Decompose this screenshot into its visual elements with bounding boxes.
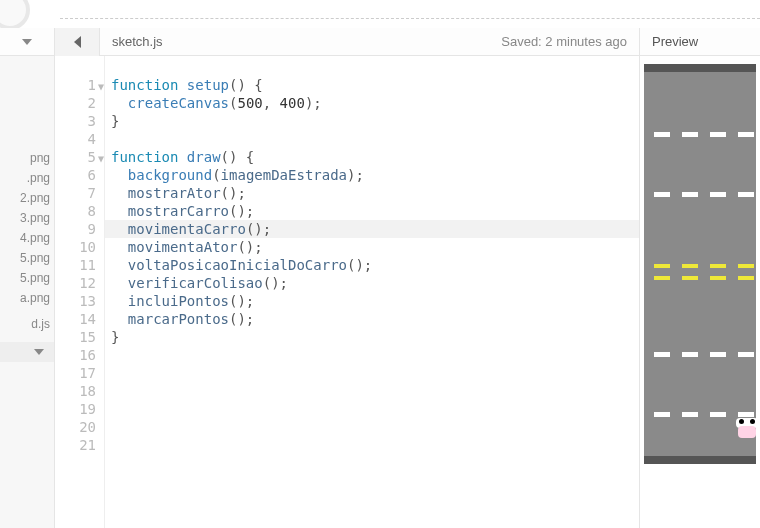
code-line[interactable]: function draw() {: [111, 148, 639, 166]
code-line[interactable]: createCanvas(500, 400);: [111, 94, 639, 112]
code-line[interactable]: movimentaCarro();: [105, 220, 639, 238]
file-item[interactable]: 4.png: [0, 228, 54, 248]
code-line[interactable]: [111, 382, 639, 400]
line-number: 19: [55, 400, 96, 418]
code-line[interactable]: [111, 400, 639, 418]
lane-marking: [644, 412, 756, 418]
line-number: 18: [55, 382, 96, 400]
line-number: 12: [55, 274, 96, 292]
code-line[interactable]: marcarPontos();: [111, 310, 639, 328]
lane-marking: [644, 352, 756, 358]
line-number: 11: [55, 256, 96, 274]
code-line[interactable]: }: [111, 112, 639, 130]
code-line[interactable]: [111, 364, 639, 382]
character-sprite: [736, 418, 756, 438]
file-item[interactable]: 5.png: [0, 268, 54, 288]
lane-marking: [644, 132, 756, 138]
lane-marking: [644, 192, 756, 198]
code-line[interactable]: }: [111, 328, 639, 346]
line-number: 10: [55, 238, 96, 256]
line-number-gutter: 1▼2345▼6789101112131415161718192021: [55, 56, 105, 528]
code-line[interactable]: background(imagemDaEstrada);: [111, 166, 639, 184]
fold-marker-icon[interactable]: ▼: [98, 78, 104, 96]
main-area: png.png2.png3.png4.png5.png5.pnga.pngd.j…: [0, 56, 760, 528]
line-number: 16: [55, 346, 96, 364]
center-line: [644, 264, 756, 268]
fold-marker-icon[interactable]: ▼: [98, 150, 104, 168]
line-number: 21: [55, 436, 96, 454]
line-number: 20: [55, 418, 96, 436]
file-sidebar: png.png2.png3.png4.png5.png5.pnga.pngd.j…: [0, 56, 55, 528]
file-item[interactable]: d.js: [0, 314, 54, 334]
file-item[interactable]: a.png: [0, 288, 54, 308]
chevron-down-icon: [22, 39, 32, 45]
back-button[interactable]: [55, 28, 100, 56]
line-number: 17: [55, 364, 96, 382]
preview-header-label: Preview: [640, 28, 760, 56]
code-line[interactable]: [111, 436, 639, 454]
preview-canvas: [644, 64, 756, 464]
code-line[interactable]: verificarColisao();: [111, 274, 639, 292]
code-line[interactable]: function setup() {: [111, 76, 639, 94]
line-number: 13: [55, 292, 96, 310]
code-area[interactable]: function setup() { createCanvas(500, 400…: [105, 56, 639, 528]
file-item[interactable]: 2.png: [0, 188, 54, 208]
sidebar-collapse-button[interactable]: [0, 342, 54, 362]
line-number: 14: [55, 310, 96, 328]
line-number: 3: [55, 112, 96, 130]
file-item[interactable]: png: [0, 148, 54, 168]
line-number: 7: [55, 184, 96, 202]
tools-dropdown[interactable]: [0, 28, 55, 56]
header-bar: sketch.js Saved: 2 minutes ago Preview: [0, 28, 760, 56]
code-line[interactable]: mostrarCarro();: [111, 202, 639, 220]
file-item[interactable]: 3.png: [0, 208, 54, 228]
toolbar-separator: [60, 18, 760, 19]
line-number: 8: [55, 202, 96, 220]
line-number: 2: [55, 94, 96, 112]
code-editor[interactable]: 1▼2345▼6789101112131415161718192021 func…: [55, 56, 640, 528]
code-line[interactable]: [111, 346, 639, 364]
chevron-down-icon: [34, 349, 44, 355]
center-line: [644, 276, 756, 280]
file-item[interactable]: .png: [0, 168, 54, 188]
record-indicator: [0, 0, 30, 30]
line-number: 6: [55, 166, 96, 184]
code-line[interactable]: [111, 130, 639, 148]
line-number: 5▼: [55, 148, 96, 166]
filename-label: sketch.js: [100, 34, 175, 49]
code-line[interactable]: incluiPontos();: [111, 292, 639, 310]
line-number: 4: [55, 130, 96, 148]
line-number: 15: [55, 328, 96, 346]
code-line[interactable]: voltaPosicaoInicialDoCarro();: [111, 256, 639, 274]
preview-panel: [640, 56, 760, 528]
code-line[interactable]: movimentaAtor();: [111, 238, 639, 256]
file-item[interactable]: 5.png: [0, 248, 54, 268]
save-status: Saved: 2 minutes ago: [489, 28, 640, 56]
line-number: 1▼: [55, 76, 96, 94]
code-line[interactable]: [111, 418, 639, 436]
line-number: 9: [55, 220, 96, 238]
code-line[interactable]: mostrarAtor();: [111, 184, 639, 202]
chevron-left-icon: [74, 36, 81, 48]
